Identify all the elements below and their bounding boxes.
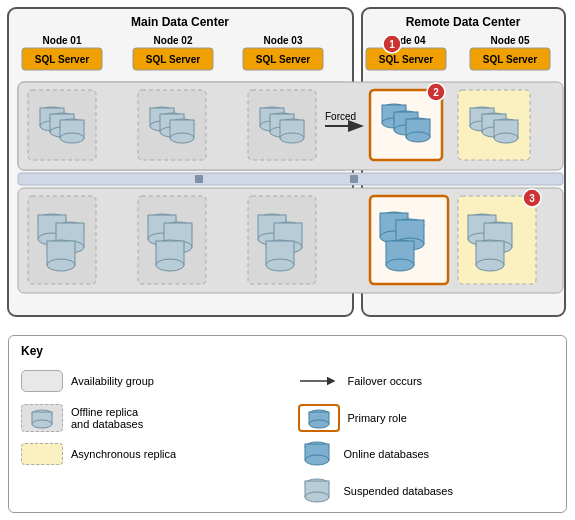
svg-rect-111	[484, 223, 512, 247]
svg-point-113	[476, 240, 504, 252]
svg-point-95	[266, 259, 294, 271]
svg-rect-65	[18, 188, 563, 293]
svg-rect-64	[350, 175, 358, 183]
svg-point-102	[396, 238, 424, 250]
svg-rect-91	[274, 223, 302, 247]
svg-rect-86	[248, 196, 316, 284]
svg-point-61	[494, 133, 518, 143]
legend-label-online-db: Online databases	[344, 448, 430, 460]
svg-point-72	[56, 241, 84, 253]
badge-3: 3	[529, 193, 535, 204]
svg-rect-2	[22, 48, 102, 70]
svg-point-59	[494, 119, 518, 129]
svg-point-37	[280, 119, 304, 129]
sql-badge-05: SQL Server	[483, 54, 537, 65]
svg-point-129	[305, 492, 329, 502]
svg-point-93	[266, 240, 294, 252]
svg-point-39	[280, 133, 304, 143]
node03-label: Node 03	[264, 35, 303, 46]
legend-label-async: Asynchronous replica	[71, 448, 176, 460]
svg-rect-41	[370, 90, 442, 160]
svg-rect-46	[394, 112, 418, 130]
legend-item-failover: Failover occurs	[298, 366, 555, 397]
svg-point-21	[150, 107, 174, 117]
svg-point-87	[258, 214, 286, 226]
svg-point-56	[482, 113, 506, 123]
svg-point-126	[305, 455, 329, 465]
svg-point-51	[427, 83, 445, 101]
svg-point-80	[164, 222, 192, 234]
legend-item-primary: Primary role	[298, 403, 555, 434]
legend-icon-async	[21, 443, 63, 465]
svg-rect-15	[50, 114, 74, 132]
svg-rect-28	[170, 120, 194, 138]
legend-item-online-db: Online databases	[298, 439, 555, 470]
svg-point-99	[380, 231, 408, 243]
svg-rect-1	[362, 8, 565, 316]
legend-grid: Availability group Failover occurs	[21, 366, 554, 506]
legend-icon-online-db	[298, 439, 336, 469]
svg-point-116	[523, 189, 541, 207]
svg-rect-22	[150, 108, 174, 126]
svg-point-55	[470, 121, 494, 131]
svg-point-79	[148, 233, 176, 245]
svg-rect-108	[468, 215, 496, 239]
svg-point-7	[383, 35, 401, 53]
legend-label-ag: Availability group	[71, 375, 154, 387]
svg-rect-43	[382, 105, 406, 123]
svg-rect-38	[280, 120, 304, 138]
svg-rect-30	[248, 90, 316, 160]
svg-rect-0	[8, 8, 353, 316]
svg-rect-52	[458, 90, 530, 160]
svg-rect-20	[138, 90, 206, 160]
svg-rect-94	[266, 241, 294, 265]
legend-icon-failover	[298, 374, 340, 388]
legend-item-ag: Availability group	[21, 366, 278, 397]
svg-point-67	[38, 214, 66, 226]
svg-point-42	[382, 104, 406, 114]
sql-badge-03: SQL Server	[256, 54, 310, 65]
legend-label-failover: Failover occurs	[348, 375, 423, 387]
svg-rect-66	[28, 196, 96, 284]
svg-point-77	[148, 214, 176, 226]
svg-point-48	[406, 118, 430, 128]
svg-rect-32	[260, 108, 284, 126]
svg-point-120	[32, 420, 52, 428]
legend-title: Key	[21, 344, 554, 358]
svg-rect-18	[60, 120, 84, 138]
svg-point-13	[40, 121, 64, 131]
svg-rect-12	[40, 108, 64, 126]
svg-rect-8	[18, 82, 350, 170]
legend-icon-offline	[21, 404, 63, 432]
svg-point-58	[482, 127, 506, 137]
svg-point-45	[394, 111, 418, 121]
svg-point-50	[406, 132, 430, 142]
legend-label-primary: Primary role	[348, 412, 407, 424]
svg-rect-68	[38, 215, 66, 239]
svg-point-103	[386, 240, 414, 252]
svg-rect-5	[366, 48, 446, 70]
svg-point-26	[160, 127, 184, 137]
forced-label: Forced	[325, 111, 356, 122]
svg-rect-35	[270, 114, 294, 132]
svg-rect-71	[56, 223, 84, 247]
svg-rect-96	[370, 196, 448, 284]
svg-point-47	[394, 125, 418, 135]
svg-rect-63	[195, 175, 203, 183]
svg-point-44	[382, 118, 406, 128]
svg-point-11	[40, 107, 64, 117]
svg-rect-54	[470, 108, 494, 126]
badge-2: 2	[433, 87, 439, 98]
svg-rect-81	[164, 223, 192, 247]
svg-point-73	[47, 240, 75, 252]
svg-rect-74	[47, 241, 75, 265]
svg-point-69	[38, 233, 66, 245]
svg-rect-114	[476, 241, 504, 265]
legend-item-offline: Offline replica and databases	[21, 403, 278, 434]
svg-rect-57	[482, 114, 506, 132]
svg-rect-49	[406, 119, 430, 137]
svg-point-70	[56, 222, 84, 234]
svg-point-31	[260, 107, 284, 117]
svg-point-100	[396, 219, 424, 231]
remote-dc-title: Remote Data Center	[406, 15, 521, 29]
